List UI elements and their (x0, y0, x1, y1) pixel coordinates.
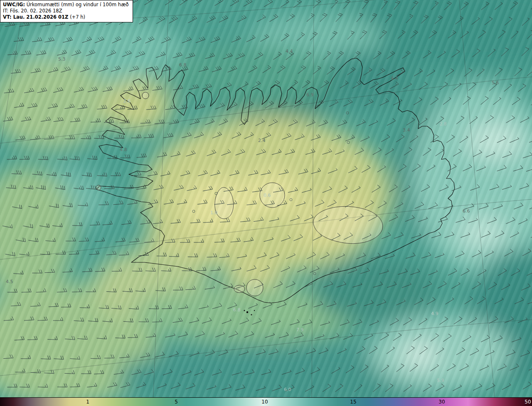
map-value-label: 4.5 (6, 279, 13, 284)
map-value-label: 0.6 (264, 193, 271, 198)
map-value-label: 2.4 (258, 138, 266, 143)
map-value-label: 1.0 (210, 210, 218, 215)
weather-map-canvas: 5.36.84.44.45.66.92.83.42.42.64.80.61.06… (0, 0, 532, 406)
init-time-line: IT: Fös. 20. 02. 2026 18Z (3, 8, 129, 14)
product-label: UWC/IG: (3, 2, 25, 7)
map-value-label: 6.8 (179, 62, 187, 68)
colorbar-tick-label: 15 (350, 399, 356, 406)
title-line: UWC/IG: Úrkomumætti (mm) og vindur í 100… (3, 2, 129, 8)
title-box: UWC/IG: Úrkomumætti (mm) og vindur í 100… (0, 0, 133, 22)
colorbar-tick-label: 50 (525, 399, 531, 406)
map-value-label: 3.4 (403, 127, 410, 133)
map-value-label: 7.9 (296, 327, 304, 333)
valid-time-main: VT: Lau. 21.02.2026 01Z (3, 14, 68, 20)
map-value-label: 4.4 (286, 49, 293, 54)
map-value-label: 5.3 (58, 56, 66, 62)
map-value-label: 4.9 (431, 311, 438, 316)
valid-time-line: VT: Lau. 21.02.2026 01Z (+7 h) (3, 14, 129, 20)
map-value-label: 6.6 (463, 208, 470, 214)
map-value-label: 6.8 (233, 307, 241, 313)
map-value-label: 5.9 (437, 378, 444, 383)
map-value-label: 4.8 (120, 147, 127, 152)
glacier-snaefellsjokull (96, 185, 101, 190)
map-value-label: 2.6 (123, 98, 131, 104)
colorbar-tick-label: 5 (175, 399, 178, 406)
map-value-label: 5.6 (492, 80, 499, 86)
colorbar-tick-label: 10 (261, 399, 268, 406)
map-value-label: 2.8 (439, 121, 447, 127)
map-value-label: 4.4 (391, 76, 398, 81)
valid-time-offset: (+7 h) (70, 14, 85, 20)
precipitation-colorbar: 1510153050 (0, 397, 532, 406)
map-svg: 5.36.84.44.45.66.92.83.42.42.64.80.61.06… (0, 0, 532, 406)
map-value-label: 6.0 (284, 387, 291, 392)
colorbar-tick-label: 30 (438, 399, 445, 406)
map-value-label: 6.9 (306, 92, 314, 98)
colorbar-tick-label: 1 (86, 399, 89, 406)
product-title: Úrkomumætti (mm) og vindur í 100m hæð (27, 2, 129, 7)
glacier-drangajokull (142, 92, 149, 99)
